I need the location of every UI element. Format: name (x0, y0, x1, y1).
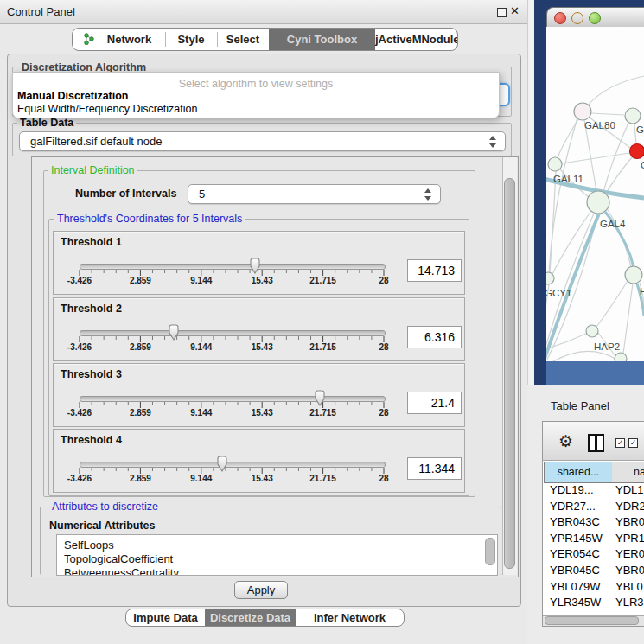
network-node-label: GAL4 (600, 219, 626, 229)
slider-tick-label: 9.144 (177, 342, 226, 352)
network-node[interactable] (625, 108, 641, 124)
tab-impute-data[interactable]: Impute Data (126, 609, 205, 626)
network-edge[interactable] (588, 76, 644, 105)
network-edge[interactable] (550, 171, 556, 272)
network-node-label: HAP2 (594, 341, 620, 352)
cell-shared-name: YDR27... (550, 500, 596, 513)
table-row[interactable]: YER054CYER0 (544, 546, 644, 563)
network-window-titlebar[interactable] (546, 7, 644, 29)
network-edge[interactable] (603, 123, 628, 192)
table-row[interactable]: YDL19...YDL1 (544, 482, 644, 499)
slider-handle[interactable] (167, 324, 181, 341)
column-header-name[interactable]: na (612, 462, 644, 483)
table-row[interactable]: YBR043CYBR0 (544, 514, 644, 531)
algorithm-dropdown-popup: Select algorithm to view settings Manual… (12, 72, 500, 118)
minimize-traffic-light-icon[interactable] (571, 12, 583, 24)
slider-tick-label: 2.859 (116, 474, 164, 483)
network-edge[interactable] (623, 284, 633, 354)
slider-track[interactable] (80, 462, 386, 468)
settings-scrollbar-thumb[interactable] (504, 178, 515, 569)
threshold-panel: Threshold 1-3.4262.8599.14415.4321.71528… (53, 231, 465, 295)
algorithm-option-equal-width[interactable]: Equal Width/Frequency Discretization (17, 103, 197, 115)
network-edge[interactable] (562, 153, 629, 163)
network-node[interactable] (630, 144, 644, 159)
threshold-label: Threshold 3 (61, 368, 122, 380)
table-row[interactable]: YBR045CYBR0 (544, 563, 644, 579)
slider-tick-label: 21.715 (299, 408, 348, 418)
network-node[interactable] (625, 266, 642, 284)
network-edge[interactable] (549, 118, 577, 272)
cell-name: YBR0 (615, 515, 644, 528)
slider-tick-label: 28 (360, 474, 408, 483)
table-row[interactable]: YLR345WYLR3 (544, 595, 644, 611)
slider-tick-label: 28 (360, 276, 408, 285)
network-node[interactable] (587, 191, 609, 214)
attribute-list-item[interactable]: TopologicalCoefficient (57, 552, 497, 566)
tab-jactivemnodules[interactable]: jActiveMNodules (375, 29, 457, 50)
attribute-list-item[interactable]: BetweennessCentrality (57, 566, 497, 576)
network-edge[interactable] (605, 157, 632, 194)
table-hscrollbar-thumb[interactable] (545, 616, 639, 625)
tab-network[interactable]: Network (73, 29, 165, 50)
attributes-scrollbar-thumb[interactable] (485, 538, 495, 565)
network-graph[interactable]: GAL80GACGAL11GAL4GCY1HHAP2 (546, 27, 644, 361)
checkbox-icon[interactable]: ✓ (615, 438, 625, 448)
cell-name: YLR3 (615, 596, 644, 609)
close-traffic-light-icon[interactable] (554, 12, 566, 24)
network-node[interactable] (546, 272, 554, 284)
column-header-shared-name[interactable]: shared... (544, 462, 613, 483)
threshold-value-field[interactable]: 21.4 (407, 392, 462, 414)
split-view-icon[interactable] (588, 434, 604, 452)
slider-tick-label: -3.426 (55, 474, 104, 483)
threshold-value-field[interactable]: 6.316 (407, 326, 462, 348)
slider-track[interactable] (80, 264, 386, 270)
cell-shared-name: YPR145W (550, 532, 603, 545)
threshold-value-field[interactable]: 11.344 (407, 457, 462, 480)
slider-handle[interactable] (248, 258, 262, 275)
gear-icon[interactable]: ⚙ (558, 431, 573, 451)
tab-select[interactable]: Select (217, 29, 269, 50)
network-node[interactable] (615, 353, 627, 361)
tab-cyni-toolbox[interactable]: Cyni Toolbox (269, 29, 375, 50)
table-row[interactable]: YBL079WYBL0 (544, 579, 644, 596)
network-node[interactable] (586, 325, 598, 337)
threshold-value-field[interactable]: 14.713 (407, 259, 462, 282)
checkbox-icon[interactable]: ✓ (628, 438, 638, 448)
tab-discretize-data[interactable]: Discretize Data (205, 609, 296, 626)
slider-tick-label: 15.43 (238, 408, 286, 418)
network-edge[interactable] (591, 113, 624, 115)
network-edge[interactable] (596, 281, 628, 327)
close-icon[interactable]: ✕ (510, 4, 520, 17)
network-node[interactable] (548, 157, 562, 171)
slider-handle[interactable] (215, 456, 229, 473)
table-row[interactable]: YDR27...YDR2 (544, 499, 644, 515)
control-panel-titlebar (0, 0, 527, 24)
float-window-icon[interactable] (497, 8, 507, 17)
slider-tick-label: 21.715 (299, 474, 348, 483)
table-data-combobox[interactable]: galFiltered.sif default node (19, 131, 506, 151)
attribute-list-item[interactable]: SelfLoops (57, 539, 497, 552)
tab-style[interactable]: Style (165, 29, 217, 50)
cell-name: YDR2 (615, 500, 644, 513)
table-row[interactable]: YPR145WYPR1 (544, 531, 644, 547)
network-node-label: H (640, 286, 644, 296)
zoom-traffic-light-icon[interactable] (589, 12, 601, 24)
threshold-panel: Threshold 3-3.4262.8599.14415.4321.71528… (53, 363, 465, 427)
slider-track[interactable] (80, 396, 386, 402)
tab-infer-network[interactable]: Infer Network (296, 609, 404, 626)
network-node[interactable] (574, 103, 591, 120)
algorithm-option-manual[interactable]: Manual Discretization (17, 90, 129, 102)
control-panel-title: Control Panel (7, 5, 75, 18)
network-edge[interactable] (584, 120, 596, 191)
cell-shared-name: YLR345W (550, 596, 601, 609)
number-of-intervals-combobox[interactable]: 5 (188, 184, 441, 204)
slider-tick-label: 9.144 (177, 408, 226, 418)
apply-button[interactable]: Apply (234, 581, 288, 599)
cell-shared-name: YBL079W (550, 580, 601, 593)
slider-handle[interactable] (313, 390, 327, 407)
slider-track[interactable] (80, 330, 386, 336)
network-edge[interactable] (552, 211, 591, 274)
network-icon (83, 33, 95, 45)
numerical-attributes-list: SelfLoopsTopologicalCoefficientBetweenne… (56, 534, 498, 576)
network-edge[interactable] (546, 351, 615, 361)
